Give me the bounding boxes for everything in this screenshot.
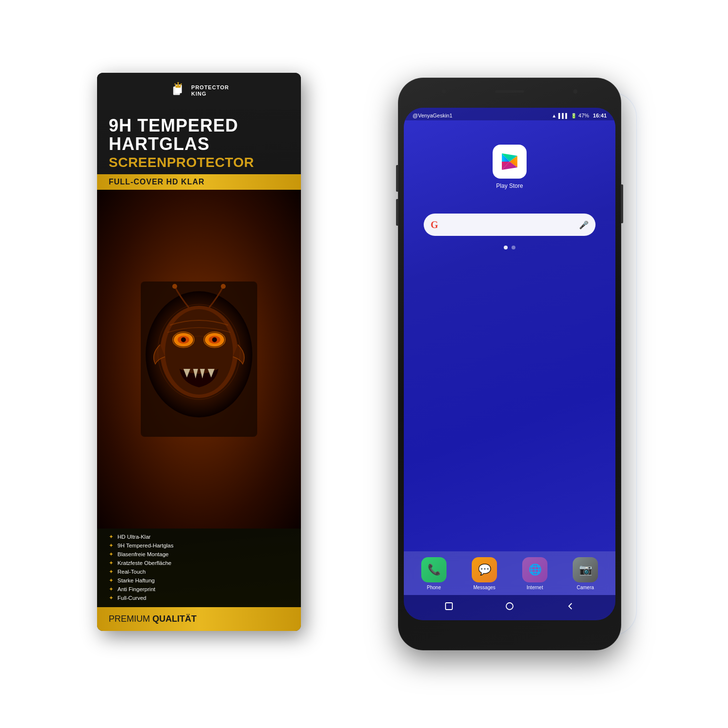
google-logo: G: [430, 219, 438, 231]
product-scene: PROTECTOR KING PROTECTOR KING: [97, 49, 631, 679]
dot-2: [512, 246, 515, 249]
feature-item-5: ✦ Real-Touch: [109, 568, 289, 575]
svg-point-14: [181, 337, 186, 342]
speaker-grille: [495, 90, 524, 93]
phone-app-label: Phone: [427, 585, 441, 590]
play-store-app[interactable]: Play Store: [493, 145, 527, 189]
monster-bg: [97, 190, 301, 529]
box-image-area: [97, 190, 301, 529]
box-title-line3: SCREENPROTECTOR: [109, 155, 289, 169]
feature-item-1: ✦ HD Ultra-Klar: [109, 533, 289, 540]
svg-point-3: [177, 82, 179, 83]
dock-app-internet[interactable]: 🌐 Internet: [522, 557, 547, 590]
status-bar: @VenyaGeskin1 ▲ ▌▌▌ 🔋 47% 16:41: [404, 108, 615, 120]
page-dots: [504, 246, 515, 249]
feature-item-4: ✦ Kratzfeste Oberfläche: [109, 560, 289, 566]
svg-point-19: [221, 284, 226, 289]
play-store-svg: [499, 151, 520, 172]
monster-illustration: [131, 277, 267, 442]
feature-item-2: ✦ 9H Tempered-Hartglas: [109, 542, 289, 549]
power-button[interactable]: [621, 184, 623, 223]
gold-banner-text: FULL-COVER HD KLAR: [109, 178, 289, 186]
phone-wrapper: @VenyaGeskin1 ▲ ▌▌▌ 🔋 47% 16:41: [398, 78, 621, 650]
play-store-label: Play Store: [496, 182, 523, 189]
phone-app-icon[interactable]: 📞: [421, 557, 447, 582]
home-button[interactable]: [502, 599, 517, 613]
play-store-icon[interactable]: [493, 145, 527, 179]
brand-icon: [169, 82, 187, 100]
box-bottom: PREMIUM QUALITÄT: [97, 607, 301, 631]
camera-app-icon[interactable]: 📷: [573, 557, 598, 582]
internet-app-icon[interactable]: 🌐: [522, 557, 547, 582]
phone-body: @VenyaGeskin1 ▲ ▌▌▌ 🔋 47% 16:41: [398, 78, 621, 650]
messages-app-label: Messages: [473, 585, 496, 590]
internet-app-label: Internet: [527, 585, 543, 590]
dot-1: [504, 246, 508, 249]
front-camera-left: [442, 89, 446, 94]
front-camera-right: [573, 89, 578, 94]
battery-icon: 🔋: [571, 113, 577, 118]
svg-point-28: [506, 603, 513, 610]
status-indicators: ▲ ▌▌▌ 🔋 47% 16:41: [552, 113, 607, 118]
brand-logo: PROTECTOR KING: [169, 82, 229, 100]
svg-point-15: [212, 337, 217, 342]
messages-app-icon[interactable]: 💬: [472, 557, 497, 582]
dock-app-phone[interactable]: 📞 Phone: [421, 557, 447, 590]
microphone-icon[interactable]: 🎤: [579, 220, 589, 230]
premium-text: PREMIUM QUALITÄT: [109, 614, 289, 624]
gold-banner: FULL-COVER HD KLAR: [97, 174, 301, 190]
app-dock: 📞 Phone 💬 Messages 🌐 Internet 📷 Camera: [404, 551, 615, 595]
dock-app-camera[interactable]: 📷 Camera: [573, 557, 598, 590]
status-username: @VenyaGeskin1: [413, 113, 452, 118]
feature-item-7: ✦ Anti Fingerprint: [109, 586, 289, 593]
google-search-bar[interactable]: G 🎤: [424, 214, 596, 236]
box-top: PROTECTOR KING: [97, 73, 301, 110]
volume-up-button[interactable]: [396, 165, 398, 192]
battery-percent: 47%: [579, 113, 589, 118]
dock-app-messages[interactable]: 💬 Messages: [472, 557, 497, 590]
camera-app-label: Camera: [577, 585, 594, 590]
recents-button[interactable]: [442, 599, 456, 613]
screen-content: Play Store G 🎤: [404, 120, 615, 551]
product-box: PROTECTOR KING PROTECTOR KING: [97, 73, 301, 631]
clock: 16:41: [593, 113, 607, 118]
svg-point-4: [181, 83, 182, 85]
svg-point-18: [172, 284, 177, 289]
box-title-line2: HARTGLAS: [109, 135, 289, 153]
feature-item-8: ✦ Full-Curved: [109, 595, 289, 601]
box-features: ✦ HD Ultra-Klar ✦ 9H Tempered-Hartglas ✦…: [97, 529, 301, 607]
brand-name-text: PROTECTOR KING: [191, 84, 229, 97]
box-title-area: 9H TEMPERED HARTGLAS SCREENPROTECTOR: [97, 110, 301, 169]
back-button[interactable]: [563, 599, 578, 613]
phone-screen: @VenyaGeskin1 ▲ ▌▌▌ 🔋 47% 16:41: [404, 108, 615, 620]
svg-rect-27: [446, 603, 452, 610]
feature-item-3: ✦ Blasenfreie Montage: [109, 551, 289, 558]
navigation-bar: [404, 595, 615, 620]
feature-item-6: ✦ Starke Haftung: [109, 577, 289, 584]
wifi-icon: ▲: [552, 113, 557, 118]
box-title-line1: 9H TEMPERED: [109, 116, 289, 135]
signal-icon: ▌▌▌: [559, 113, 569, 118]
svg-point-5: [174, 83, 176, 85]
volume-down-button[interactable]: [396, 199, 398, 226]
